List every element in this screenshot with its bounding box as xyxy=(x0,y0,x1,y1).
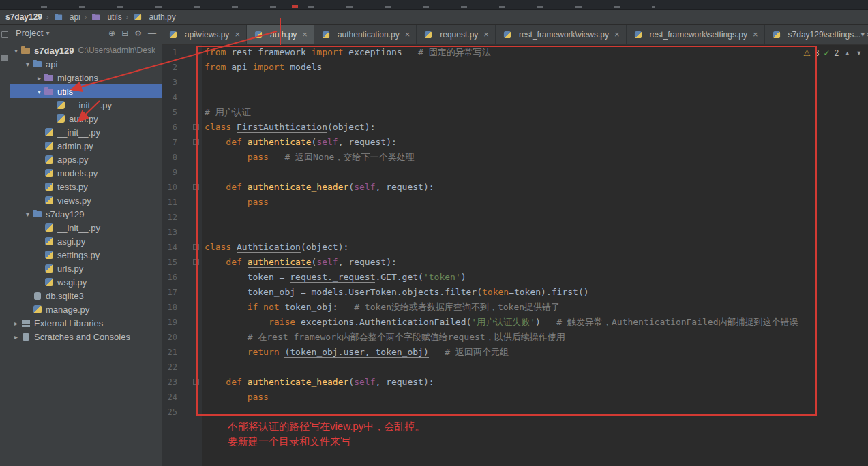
hide-panel-button[interactable]: — xyxy=(148,29,156,38)
code-line-20[interactable]: # 在rest framework内部会整个两个字段赋值给request，以供后… xyxy=(202,330,868,345)
code-token: authenticate xyxy=(248,257,312,268)
code-line-22[interactable] xyxy=(202,360,868,375)
code-line-18[interactable]: if not token_obj: # token没给或者数据库查询不到，tok… xyxy=(202,300,868,315)
tab-close-icon[interactable]: × xyxy=(235,29,240,40)
code-line-24[interactable]: pass xyxy=(202,390,868,405)
breadcrumb-item-utils[interactable]: utils xyxy=(91,10,121,25)
locate-file-button[interactable]: ⊕ xyxy=(108,29,115,38)
tree-item-tests-py[interactable]: tests.py xyxy=(10,180,162,193)
settings-gear-icon[interactable]: ⚙ xyxy=(134,29,142,38)
code-token: request._request xyxy=(290,272,375,283)
tree-item-migrations[interactable]: ▸migrations xyxy=(10,71,162,84)
tree-item-label: db.sqlite3 xyxy=(46,291,84,301)
fold-marker[interactable] xyxy=(193,184,199,190)
chevron-down-icon[interactable]: ▾ xyxy=(23,211,32,218)
code-line-9[interactable] xyxy=(202,165,868,180)
code-line-2[interactable]: from api import models xyxy=(202,60,868,75)
code-line-10[interactable]: def authenticate_header(self, request): xyxy=(202,180,868,195)
tab-label: authentication.py xyxy=(338,30,400,40)
code-line-6[interactable]: class FirstAuthtication(object): xyxy=(202,120,868,135)
tab-close-icon[interactable]: × xyxy=(753,29,758,40)
tab-close-icon[interactable]: × xyxy=(614,29,620,40)
code-line-8[interactable]: pass # 返回None，交给下一个类处理 xyxy=(202,150,868,165)
code-line-7[interactable]: def authenticate(self, request): xyxy=(202,135,868,150)
tree-item-wsgi-py[interactable]: wsgi.py xyxy=(10,275,162,289)
tree-item-scratches-and-consoles[interactable]: ▸Scratches and Consoles xyxy=(10,330,162,343)
code-line-13[interactable] xyxy=(202,225,868,240)
tree-item-db-sqlite3[interactable]: db.sqlite3 xyxy=(10,289,162,302)
code-line-12[interactable] xyxy=(202,210,868,225)
tree-item-init-py[interactable]: __init__.py xyxy=(10,98,162,112)
fold-marker[interactable] xyxy=(193,259,199,265)
code-line-21[interactable]: return (token_obj.user, token_obj) # 返回两… xyxy=(202,345,868,360)
chevron-right-icon[interactable]: ▸ xyxy=(12,333,20,341)
hidden-tabs-chevron-icon[interactable]: ▾ xyxy=(860,30,865,39)
tab-auth-py[interactable]: auth.py× xyxy=(247,25,314,44)
fold-marker[interactable] xyxy=(193,244,199,250)
tree-item-settings-py[interactable]: settings.py xyxy=(10,248,162,262)
chevron-down-icon[interactable]: ▾ xyxy=(46,29,49,37)
chevron-down-icon[interactable]: ▾ xyxy=(35,88,44,95)
code-line-25[interactable] xyxy=(202,405,868,420)
tree-item-utils[interactable]: ▾utils xyxy=(10,84,162,98)
breadcrumb-item-auth-py[interactable]: auth.py xyxy=(132,10,175,25)
tree-item-models-py[interactable]: models.py xyxy=(10,166,162,180)
chevron-right-icon[interactable]: ▸ xyxy=(35,74,44,82)
code-line-17[interactable]: token_obj = models.UserToken.objects.fil… xyxy=(202,285,868,300)
chevron-down-icon[interactable]: ▾ xyxy=(12,47,20,55)
fold-marker[interactable] xyxy=(193,139,199,145)
code-line-23[interactable]: def authenticate_header(self, request): xyxy=(202,375,868,390)
tree-item-urls-py[interactable]: urls.py xyxy=(10,262,162,275)
tree-item-auth-py[interactable]: auth.py xyxy=(10,112,162,125)
tree-item-s7day129[interactable]: ▾s7day129 xyxy=(10,207,162,221)
code-line-19[interactable]: raise exceptions.AuthenticationFailed('用… xyxy=(202,315,868,330)
code-line-11[interactable]: pass xyxy=(202,195,868,210)
annotation-notes: 不能将认证的路径写在view.py中，会乱掉。 要新建一个目录和文件来写 xyxy=(228,419,425,449)
tree-item-admin-py[interactable]: admin.py xyxy=(10,139,162,153)
code-line-14[interactable]: class Authtication(object): xyxy=(202,240,868,255)
chevron-right-icon[interactable]: ▸ xyxy=(12,320,20,327)
fold-marker[interactable] xyxy=(193,379,199,385)
tab-authentication-py[interactable]: authentication.py× xyxy=(314,25,417,44)
next-issue-button[interactable]: ▼ xyxy=(856,50,862,57)
tab-rest-framework-settings-py[interactable]: rest_framework\settings.py× xyxy=(627,25,765,44)
tab-close-icon[interactable]: × xyxy=(405,29,410,40)
tab-close-icon[interactable]: × xyxy=(483,29,489,40)
tree-item-init-py[interactable]: __init__.py xyxy=(10,221,162,234)
breadcrumb-label: auth.py xyxy=(149,12,175,22)
tab-s7day129-settings[interactable]: s7day129\settings...× xyxy=(765,25,868,44)
code-line-4[interactable] xyxy=(202,90,868,105)
prev-issue-button[interactable]: ▲ xyxy=(844,50,850,57)
tab-close-icon[interactable]: × xyxy=(302,29,308,40)
tab-api-views-py[interactable]: api\views.py× xyxy=(162,25,247,44)
code-line-1[interactable]: from rest_framework import exceptions # … xyxy=(202,45,868,60)
code-token xyxy=(205,392,248,402)
code-line-3[interactable] xyxy=(202,75,868,90)
collapse-all-button[interactable]: ⊟ xyxy=(121,29,128,38)
code-line-15[interactable]: def authenticate(self, request): xyxy=(202,255,868,270)
python-file-icon xyxy=(44,127,55,137)
tab-rest-framework-views-py[interactable]: rest_framework\views.py× xyxy=(496,25,627,44)
tree-item-external-libraries[interactable]: ▸External Libraries xyxy=(10,316,162,330)
fold-marker[interactable] xyxy=(193,124,199,130)
tree-item-api[interactable]: ▾api xyxy=(10,57,162,71)
tree-item-s7day129[interactable]: ▾s7day129C:\Users\admin\Desk xyxy=(10,44,162,57)
tab-label: auth.py xyxy=(270,30,297,40)
breadcrumb-item-api[interactable]: api xyxy=(53,10,80,25)
tree-item-manage-py[interactable]: manage.py xyxy=(10,302,162,316)
tree-item-apps-py[interactable]: apps.py xyxy=(10,153,162,166)
project-header-label[interactable]: Project xyxy=(16,28,43,38)
tree-item-asgi-py[interactable]: asgi.py xyxy=(10,234,162,248)
breadcrumb-item-s7day129[interactable]: s7day129 xyxy=(5,10,42,25)
tool-stripe-project-icon[interactable] xyxy=(1,55,8,61)
code-line-16[interactable]: token = request._request.GET.get('token'… xyxy=(202,270,868,285)
code-editor[interactable]: from rest_framework import exceptions # … xyxy=(202,45,868,466)
tree-item-views-py[interactable]: views.py xyxy=(10,193,162,207)
chevron-down-icon[interactable]: ▾ xyxy=(23,61,32,68)
code-line-5[interactable]: # 用户认证 xyxy=(202,105,868,120)
tree-item-label: s7day129 xyxy=(34,46,74,56)
code-token xyxy=(205,197,248,207)
tree-item-init-py[interactable]: __init__.py xyxy=(10,125,162,139)
tool-stripe-button-icon[interactable] xyxy=(1,31,8,38)
tab-request-py[interactable]: request.py× xyxy=(417,25,496,44)
